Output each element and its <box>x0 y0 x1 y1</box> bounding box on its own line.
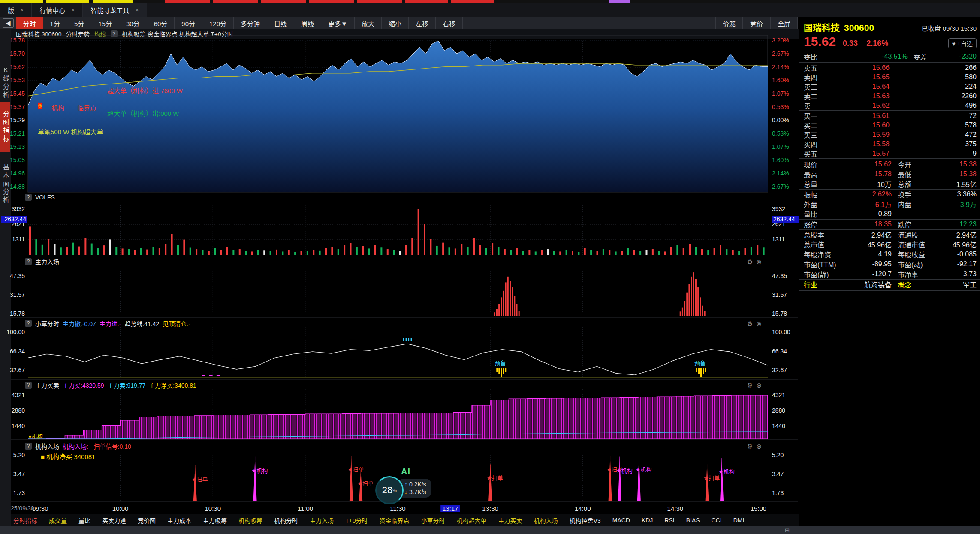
indicator-tab-RSI[interactable]: RSI <box>664 517 674 524</box>
stat-row: 涨停18.35跌停12.23 <box>804 220 977 229</box>
stat-value: 18.35 <box>849 220 892 228</box>
stat-row: 总市值45.96亿流通市值45.96亿 <box>804 240 977 249</box>
add-panel-icon[interactable]: ⊞ <box>785 527 790 534</box>
ask-price: 15.66 <box>834 64 890 72</box>
bid-label: 买二 <box>804 120 834 130</box>
stat-value: 2.94亿 <box>946 229 977 240</box>
stat-value: 军工 <box>946 279 977 290</box>
stat-value: 1.55亿 <box>946 179 977 189</box>
stat-value: 12.23 <box>946 220 977 228</box>
indicator-tab-MACD[interactable]: MACD <box>612 517 630 524</box>
stat-value: -0.085 <box>946 250 977 258</box>
time-label-09:30: 09:30 <box>32 505 48 512</box>
indicator-tab-机构入场[interactable]: 机构入场 <box>534 516 558 525</box>
stat-label-市盈(动): 市盈(动) <box>892 259 946 269</box>
indicator-tab-分时指标[interactable]: 分时指标 <box>13 516 37 525</box>
time-label-15:00: 15:00 <box>751 505 767 512</box>
bid-price: 15.58 <box>834 140 890 148</box>
stat-value: 3.73 <box>946 270 977 278</box>
stat-value: -92.17 <box>946 260 977 268</box>
stock-name: 国瑞科技 <box>804 21 840 33</box>
stat-label-量比: 量比 <box>804 209 849 219</box>
indicator-tab-成交量[interactable]: 成交量 <box>49 516 67 525</box>
indicator-tab-主力入场[interactable]: 主力入场 <box>310 516 334 525</box>
stat-row: 最高15.78最低15.38 <box>804 169 977 179</box>
indicator-tab-主力成本[interactable]: 主力成本 <box>167 516 191 525</box>
stat-label-总市值: 总市值 <box>804 239 849 250</box>
weibi-row: 委比-43.51%委差-2320 <box>804 52 977 61</box>
bid-qty: 375 <box>890 140 977 148</box>
ask-label: 卖三 <box>804 81 834 92</box>
sidebar-separator <box>799 229 980 230</box>
stat-label-内盘: 内盘 <box>892 199 946 209</box>
bid-row-买四: 买四15.58375 <box>804 139 977 149</box>
bid-qty: 9 <box>890 150 977 157</box>
stat-value: 航海装备 <box>849 279 892 290</box>
stat-label-振幅: 振幅 <box>804 189 849 199</box>
stat-label-最高: 最高 <box>804 169 849 179</box>
stat-row: 市盈(TTM)-89.95市盈(动)-92.17 <box>804 259 977 269</box>
stock-code: 300600 <box>844 23 874 33</box>
stat-label-概念: 概念 <box>892 279 946 290</box>
ask-qty: 266 <box>890 64 977 72</box>
sidebar-separator <box>799 158 980 159</box>
stat-label-涨停: 涨停 <box>804 219 849 229</box>
bid-row-买三: 买三15.59472 <box>804 130 977 139</box>
stat-row: 总股本2.94亿流通股2.94亿 <box>804 230 977 239</box>
indicator-tab-DMI[interactable]: DMI <box>733 517 745 524</box>
stat-label-每股净资: 每股净资 <box>804 249 849 259</box>
indicator-tab-机构超大单[interactable]: 机构超大单 <box>457 516 487 525</box>
indicator-tab-量比[interactable]: 量比 <box>78 516 90 525</box>
charts-canvas <box>0 0 799 534</box>
stat-value: -2320 <box>959 53 977 60</box>
indicator-tab-机构分时[interactable]: 机构分时 <box>274 516 298 525</box>
bid-price: 15.59 <box>834 131 890 139</box>
indicator-tab-资金临界点[interactable]: 资金临界点 <box>380 516 410 525</box>
sidebar-separator <box>799 279 980 280</box>
indicator-tab-机构控盘V3[interactable]: 机构控盘V3 <box>570 516 601 525</box>
sidebar-separator <box>799 62 980 63</box>
stat-value: -89.95 <box>849 260 892 268</box>
stat-value: -43.51% <box>847 53 908 60</box>
stat-value: 45.96亿 <box>946 239 977 250</box>
time-label-13:17: 13:17 <box>440 505 460 512</box>
stat-value: 2.62% <box>849 190 892 198</box>
stat-value: 15.38 <box>946 160 977 168</box>
add-favorite-button[interactable]: ♥ +自选 <box>948 38 977 48</box>
indicator-tab-小草分时[interactable]: 小草分时 <box>421 516 445 525</box>
stat-label-每股收益: 每股收益 <box>892 249 946 259</box>
indicator-tab-KDJ[interactable]: KDJ <box>642 517 653 524</box>
quote-sidebar: 国瑞科技 300600 已收盘 09/30 15:30 15.62 0.33 2… <box>799 17 980 526</box>
ask-row-卖三: 卖三15.64224 <box>804 82 977 91</box>
stat-value: 10万 <box>849 179 892 189</box>
indicator-tab-买卖力道[interactable]: 买卖力道 <box>102 516 126 525</box>
indicator-tab-主力买卖[interactable]: 主力买卖 <box>498 516 522 525</box>
stat-row: 现价15.62今开15.38 <box>804 160 977 169</box>
trading-app-window: 版×行情中心×智能寻龙工具× ◀分时1分5分15分30分60分90分120分多分… <box>0 0 980 534</box>
ask-row-卖五: 卖五15.66266 <box>804 63 977 72</box>
indicator-tab-机构吸筹[interactable]: 机构吸筹 <box>238 516 262 525</box>
indicator-tab-竞价图[interactable]: 竞价图 <box>138 516 156 525</box>
indicator-tab-T+0分时[interactable]: T+0分时 <box>345 516 368 525</box>
indicator-tab-BIAS[interactable]: BIAS <box>686 517 700 524</box>
stat-label-市盈(TTM): 市盈(TTM) <box>804 259 849 269</box>
stat-row: 市盈(静)-120.7市净率3.73 <box>804 269 977 279</box>
ask-price: 15.62 <box>834 102 890 109</box>
ask-label: 卖二 <box>804 91 834 101</box>
stat-label: 委差 <box>908 51 959 62</box>
ask-label: 卖一 <box>804 100 834 111</box>
ask-row-卖一: 卖一15.62496 <box>804 101 977 110</box>
sidebar-separator <box>799 110 980 111</box>
bid-row-买一: 买一15.6172 <box>804 111 977 121</box>
sidebar-separator <box>799 189 980 190</box>
indicator-tab-CCI[interactable]: CCI <box>712 517 722 524</box>
footer-strip <box>0 526 980 534</box>
stat-row: 总量10万总额1.55亿 <box>804 179 977 189</box>
ask-price: 15.63 <box>834 92 890 100</box>
stat-value: 0.89 <box>849 210 892 218</box>
indicator-tab-主力吸筹[interactable]: 主力吸筹 <box>203 516 227 525</box>
stat-value: 15.78 <box>849 170 892 178</box>
price-change: 0.33 <box>843 39 858 48</box>
ask-label: 卖五 <box>804 63 834 73</box>
stat-value: 3.9万 <box>946 199 977 209</box>
